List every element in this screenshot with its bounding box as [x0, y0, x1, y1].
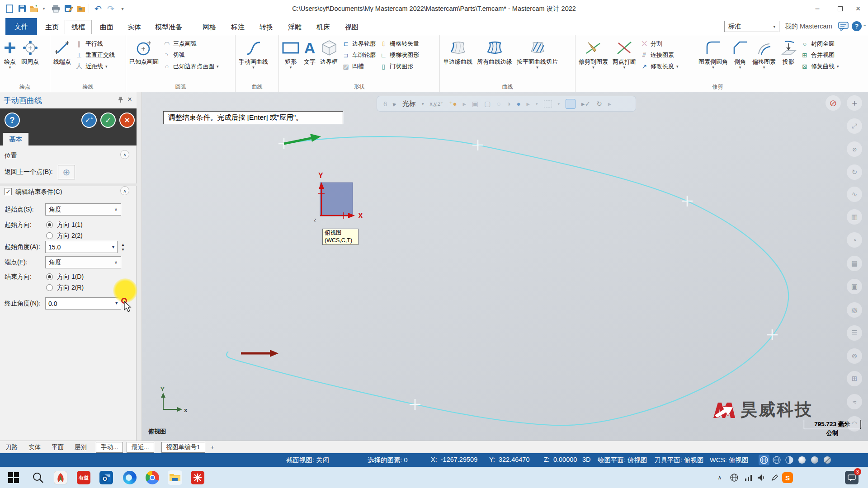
minimize-button[interactable]: – [808, 3, 826, 14]
end-tangent-arrow[interactable] [241, 350, 278, 357]
mode-3d-toggle[interactable]: 3D [582, 456, 591, 463]
tab-levels[interactable]: 层别 [69, 442, 92, 453]
ar-move-icon[interactable]: ⤢ [847, 118, 862, 134]
tab-drafting[interactable]: 标注 [225, 20, 251, 34]
cplane-status[interactable]: 绘图平面: 俯视图 [598, 456, 647, 465]
ar-target-icon[interactable]: ⊚ [847, 348, 862, 364]
tab-transform[interactable]: 转换 [253, 20, 279, 34]
my-mastercam-link[interactable]: 我的 Mastercam [785, 22, 832, 31]
sphere-slash-icon[interactable] [822, 455, 833, 465]
bounding-box-button[interactable]: 边界框 [318, 36, 340, 83]
circle-points-button[interactable]: 圆周点 [19, 36, 41, 83]
stairs-button[interactable]: ∟楼梯状图形 [379, 50, 419, 60]
gview-wireframe-icon[interactable] [759, 455, 769, 465]
refresh-selection-icon[interactable]: ↻ [596, 100, 602, 108]
collapse-position-icon[interactable]: ∧ [120, 150, 129, 159]
divide-button[interactable]: ⤫分割 [640, 39, 694, 48]
edit-end-condition-checkbox[interactable]: ✓ [5, 188, 12, 195]
arc-tangent-button[interactable]: ◝切弧 [163, 50, 219, 60]
project-button[interactable]: 投影 [778, 36, 799, 83]
relief-groove-button[interactable]: ▨凹槽 [342, 61, 376, 71]
section-view-status[interactable]: 截面视图: 关闭 [286, 456, 329, 465]
active-selection-mode[interactable] [566, 99, 576, 109]
break-two-pieces-button[interactable]: 两点打断▾ [610, 36, 638, 83]
ok-create-new-button[interactable]: ✓+ [81, 113, 97, 128]
door-shape-button[interactable]: ▯门状图形 [379, 61, 419, 71]
trim-to-entity-button[interactable]: 修剪到图素▾ [576, 36, 610, 83]
tab-home[interactable]: 主页 [39, 20, 65, 34]
rectangle-button[interactable]: 矩形▾ [280, 36, 302, 83]
start-point-select[interactable]: 角度∨ [45, 203, 121, 216]
tab-machine[interactable]: 机床 [310, 20, 336, 34]
maximize-button[interactable] [831, 3, 849, 14]
sogou-input-icon[interactable]: S [780, 470, 795, 485]
close-button[interactable]: × [849, 3, 867, 14]
tab-manual[interactable]: 手动... [96, 442, 123, 453]
untrim-curve-button[interactable]: ⊠修复曲线▾ [801, 61, 851, 71]
add-viewsheet-button[interactable]: + [205, 442, 220, 452]
curve-one-edge-button[interactable]: 单边缘曲线 [441, 36, 475, 83]
tab-file[interactable]: 文件 [5, 18, 37, 35]
end-angle-input[interactable]: 0.0 [45, 297, 121, 310]
tab-basic[interactable]: 基本 [3, 133, 28, 145]
gview-globe2-icon[interactable] [771, 455, 782, 465]
ar-section-icon[interactable]: ◔ [847, 232, 862, 248]
ar-wave-icon[interactable]: ≈ [847, 394, 862, 409]
mastercam-app-icon[interactable] [190, 470, 205, 485]
perpendicular-line-button[interactable]: ⊥垂直正交线 [75, 50, 115, 60]
tab-recent[interactable]: 最近... [127, 442, 154, 453]
selection-toolbar[interactable]: 6 ▸ 光标 ▾ x,y,z⁺ ⁺● ▸ ▣ ▢ ◌ ◑ ● ▸ ▾ ▾ ▸✓ … [377, 96, 636, 112]
gview-half-icon[interactable] [784, 455, 795, 465]
close-arc-button[interactable]: ○封闭全圆 [801, 39, 851, 48]
panel-help-button[interactable]: ? [5, 113, 20, 128]
spline-curve[interactable] [226, 136, 788, 425]
end-angle-dropdown-icon[interactable]: ▾ [115, 300, 118, 306]
ar-rotate-icon[interactable]: ↻ [847, 164, 862, 180]
help-icon[interactable]: ? [852, 21, 862, 31]
raster-to-vector-button[interactable]: ⇩栅格转矢量 [379, 39, 419, 48]
offset-entity-button[interactable]: 偏移图素▾ [750, 36, 778, 83]
pin-icon[interactable] [118, 96, 124, 105]
close-panel-icon[interactable]: × [127, 95, 132, 104]
tray-expand-icon[interactable]: ∧ [712, 470, 727, 485]
closest-line-button[interactable]: 人近距线▾ [75, 61, 115, 71]
fillet-entities-button[interactable]: 图素倒圆角▾ [696, 36, 730, 83]
tab-surface[interactable]: 曲面 [94, 20, 120, 34]
panel-scrollbar[interactable] [137, 92, 142, 441]
tray-globe-icon[interactable] [727, 470, 741, 485]
start-angle-input[interactable]: 15.0▾ [45, 241, 118, 253]
tab-solid[interactable]: 实体 [121, 20, 147, 34]
graphics-canvas[interactable]: Y X z Y x 调整结束条件。完成后按 [Enter] 或"应用"。 6 ▸… [142, 92, 868, 441]
start-button[interactable] [6, 470, 21, 485]
disable-ar-icon[interactable]: ⊘ [826, 95, 841, 111]
modify-length-button[interactable]: ↗修改长度▾ [640, 61, 694, 71]
start-dir1-radio[interactable] [46, 221, 53, 228]
tray-volume-icon[interactable] [754, 470, 769, 485]
join-entities-button[interactable]: ⫻连接图素 [640, 50, 694, 60]
ar-layers-icon[interactable]: ▤ [847, 256, 862, 271]
line-endpoints-button[interactable]: 线端点 [51, 36, 73, 83]
ar-curve-icon[interactable]: ∿ [847, 187, 862, 202]
silhouette-boundary-button[interactable]: ⊏边界轮廓 [342, 39, 376, 48]
explorer-app-icon[interactable] [168, 470, 182, 485]
arc-3points-button[interactable]: ◠三点画弧 [163, 39, 219, 48]
chamfer-button[interactable]: 倒角▾ [730, 36, 750, 83]
search-icon[interactable] [31, 470, 45, 485]
ar-add-icon[interactable]: ＋ [847, 95, 862, 111]
parallel-line-button[interactable]: ∥平行线 [75, 39, 115, 48]
ar-hatch-icon[interactable]: ▧ [847, 302, 862, 318]
cursor-dropdown-icon[interactable]: ▾ [422, 102, 424, 106]
reselect-point-button[interactable]: ⊕ [58, 165, 75, 179]
edge-app-icon[interactable] [123, 470, 137, 485]
collapse-end-condition-icon[interactable]: ∧ [120, 186, 129, 195]
start-tangent-arrow[interactable] [284, 134, 321, 144]
curve-slice-button[interactable]: 按平面曲线切片▾ [514, 36, 560, 83]
tab-view[interactable]: 视图 [339, 20, 365, 34]
viewsheet-tab[interactable]: 视图单编号1 [161, 442, 205, 453]
start-dir2-radio[interactable] [46, 232, 53, 239]
outlook-app-icon[interactable]: O [99, 470, 113, 485]
end-point-select[interactable]: 角度∨ [45, 256, 121, 268]
letters-button[interactable]: A 文字 [302, 36, 318, 83]
select-validate-icon[interactable]: ▸✓ [581, 100, 590, 108]
ar-list-icon[interactable]: ☰ [847, 325, 862, 341]
